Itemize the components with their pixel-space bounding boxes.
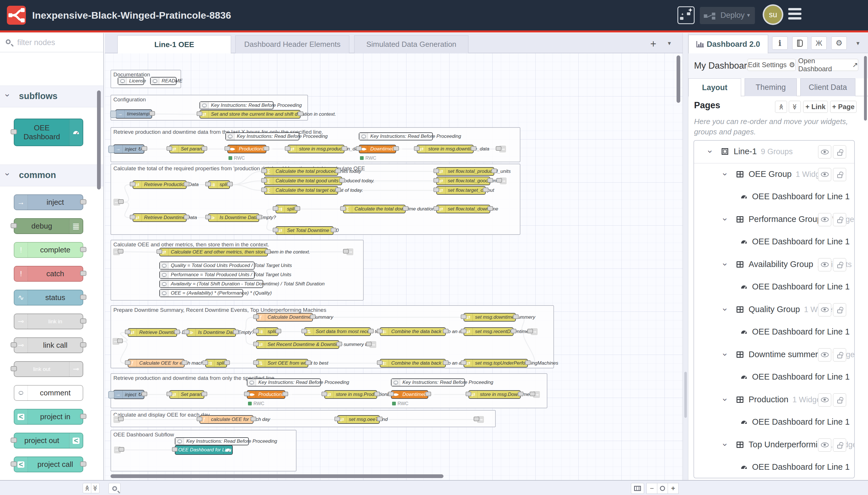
- node-set-total-downtime-to-0[interactable]: ⇄Set Total Downtime to 0: [276, 226, 333, 235]
- node-retrieve-production-data[interactable]: ⇄Retrieve Production Data: [133, 180, 187, 189]
- inject-button[interactable]: [110, 110, 117, 118]
- flow-tab-dashboard-header-elements[interactable]: Dashboard Header Elements: [236, 35, 349, 53]
- node-input-port[interactable]: [530, 392, 535, 396]
- tree-row-oee-dashboard-for-line-1-6[interactable]: OEE Dashboard for Line 1: [694, 276, 854, 298]
- node-output-port[interactable]: [339, 178, 345, 183]
- palette-collapse-up-button[interactable]: ≫: [83, 483, 91, 493]
- node-output-port[interactable]: [80, 199, 86, 204]
- node-output-port[interactable]: [310, 314, 316, 319]
- node-split[interactable]: ⇉split: [205, 359, 227, 368]
- node-input-port[interactable]: [343, 249, 349, 254]
- node-split[interactable]: ⇉split: [208, 180, 230, 189]
- lock-toggle-button[interactable]: [833, 393, 846, 407]
- user-avatar[interactable]: su: [764, 6, 782, 23]
- node-input-port[interactable]: [461, 360, 466, 365]
- node-input-port[interactable]: [205, 215, 211, 219]
- node-output-port[interactable]: [335, 169, 341, 173]
- node-output-port[interactable]: [487, 206, 493, 211]
- node-downtimedata[interactable]: DowntimeData: [391, 390, 428, 399]
- node-input-port[interactable]: [261, 178, 267, 183]
- tab-theming[interactable]: Theming: [745, 79, 797, 96]
- chevron-down-icon[interactable]: ›: [721, 443, 730, 446]
- node-set-params[interactable]: ⇄Set params: [169, 390, 204, 399]
- node-set-flow-total-produced-units[interactable]: ⇄set flow.total_produced_units: [436, 167, 494, 176]
- node-output-port[interactable]: [518, 392, 524, 396]
- node-output-port[interactable]: [119, 447, 124, 451]
- palette-node-project-call[interactable]: <project call: [14, 457, 83, 472]
- node-output-port[interactable]: [426, 392, 431, 396]
- node-input-port[interactable]: [322, 392, 327, 396]
- add-flow-button[interactable]: +: [647, 38, 660, 51]
- node-input-port[interactable]: [172, 447, 178, 451]
- node-input-port[interactable]: [433, 178, 439, 183]
- node-output-port[interactable]: [393, 146, 399, 151]
- tree-row-top-underperformi-13[interactable]: ›Top Underperformi...1 Widgets: [694, 434, 854, 457]
- node-output-port[interactable]: [342, 146, 347, 151]
- node-set-recent-downtime-downtime-summery-to[interactable]: ⇄Set Recent Downtime & Downtime summery …: [256, 340, 339, 349]
- node-linkout[interactable]: ⊸: [499, 145, 507, 153]
- zoom-in-button[interactable]: +: [667, 483, 679, 494]
- visibility-toggle-button[interactable]: [818, 393, 831, 407]
- zoom-out-button[interactable]: −: [646, 483, 657, 494]
- node-output-port[interactable]: [487, 178, 493, 183]
- node-linkout[interactable]: ⊸: [476, 415, 485, 424]
- flow-list-caret[interactable]: ▼: [667, 40, 672, 47]
- node-input-port[interactable]: [527, 329, 533, 334]
- deploy-menu-caret[interactable]: ▼: [746, 13, 751, 18]
- node-output-port[interactable]: [256, 215, 262, 219]
- node-input-port[interactable]: [474, 416, 479, 421]
- node-output-port[interactable]: [182, 360, 188, 365]
- node-output-port[interactable]: [224, 360, 230, 365]
- node-output-port[interactable]: [202, 392, 207, 396]
- node-output-port[interactable]: [483, 187, 488, 192]
- node-output-port[interactable]: [80, 295, 86, 300]
- tree-row-oee-dashboard-for-line-1-4[interactable]: OEE Dashboard for Line 1: [694, 231, 854, 254]
- node-output-port[interactable]: [80, 342, 86, 347]
- sidebar-menu-caret[interactable]: ▼: [855, 40, 861, 47]
- node-linkout[interactable]: ⊸: [530, 328, 538, 336]
- node-output-port[interactable]: [80, 414, 86, 419]
- node-input-port[interactable]: [11, 438, 17, 443]
- node-input-port[interactable]: [184, 330, 189, 334]
- node-set-params[interactable]: ⇄Set params: [169, 145, 204, 153]
- edit-settings-button[interactable]: Edit Settings⚙: [747, 59, 796, 71]
- lock-toggle-button[interactable]: [833, 439, 846, 451]
- node-set-flow-total-good-units[interactable]: ⇄set flow.total_good_units: [436, 176, 490, 185]
- node-input-port[interactable]: [197, 416, 202, 421]
- node-oee-dashboard-for-line-1[interactable]: OEE Dashboard for Line 1: [175, 445, 233, 455]
- canvas-search-button[interactable]: [108, 483, 121, 494]
- node-inject[interactable]: →inject ↻: [114, 144, 144, 154]
- node-output-port[interactable]: [118, 199, 124, 204]
- node-output-port[interactable]: [174, 330, 180, 334]
- palette-node-link-in[interactable]: ⊸link in: [14, 313, 83, 329]
- node-input-port[interactable]: [11, 129, 17, 134]
- node-set-flow-total-downtime[interactable]: ⇄set flow.total_downtime: [436, 205, 490, 213]
- tree-row-oee-group-1[interactable]: ›OEE Group1 Widgets: [694, 164, 854, 186]
- visibility-toggle-button[interactable]: [818, 168, 831, 181]
- node-input-port[interactable]: [273, 206, 278, 211]
- node-performance-total-produced-units-total-t[interactable]: Performance = Total Produced Units / Tot…: [159, 271, 255, 279]
- node-productiondata[interactable]: ProductionData: [247, 390, 285, 399]
- node-availavity-total-shift-duration-total-do[interactable]: Availavity = (Total Shift Duration - Tot…: [159, 280, 263, 288]
- node-calculate-oee-and-other-metrics-then-sto[interactable]: ⇄Calculate OEE and other metrics, then s…: [159, 248, 268, 256]
- node-productiondata[interactable]: ProductionData: [227, 145, 266, 153]
- inject-button[interactable]: [108, 146, 115, 153]
- book-icon[interactable]: [792, 36, 808, 50]
- palette-collapse-down-button[interactable]: ≫: [91, 483, 100, 493]
- node-linkin[interactable]: ⊸: [113, 415, 121, 424]
- canvas-horizontal-scrollbar[interactable]: [110, 474, 444, 478]
- node-set-and-store-the-current-line-and-shift[interactable]: ⇄Set and store the current line and shif…: [199, 110, 300, 119]
- node-set-msg-topunderperformingmachines[interactable]: ⇄set msg.topUnderPerformingMachines: [464, 359, 528, 368]
- node-input-port[interactable]: [461, 329, 466, 334]
- tree-row-availability-group-5[interactable]: ›Availability Group1 Widgets: [694, 254, 854, 276]
- node-output-port[interactable]: [377, 416, 383, 421]
- lock-toggle-button[interactable]: [833, 348, 846, 361]
- node-output-port[interactable]: [265, 249, 271, 254]
- node-input-port[interactable]: [11, 366, 17, 371]
- node-input-port[interactable]: [433, 206, 439, 211]
- node-output-port[interactable]: [403, 206, 409, 211]
- node-input-port[interactable]: [11, 223, 17, 228]
- node-sort-oee-from-worst-to-best[interactable]: ⇅Sort OEE from worst to best: [256, 359, 308, 368]
- node-input-port[interactable]: [167, 146, 172, 151]
- node-calculate-the-total-good-units-produced-[interactable]: ∑Calculate the total good units produced…: [264, 176, 342, 185]
